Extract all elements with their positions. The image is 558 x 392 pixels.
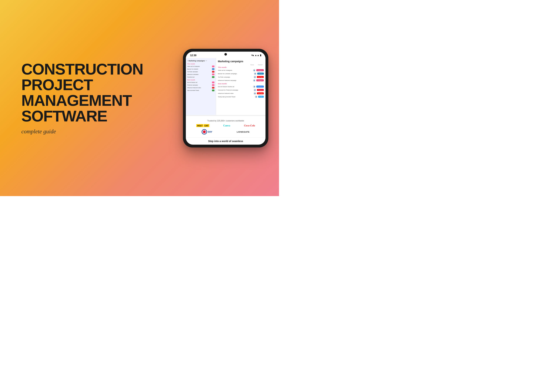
table-row: Yearly sale promoted Tweet 👤 Twitter: [218, 96, 264, 98]
channel-dot: [212, 84, 214, 86]
list-item: Facebook ad: [187, 76, 214, 78]
logos-row-2: OXY LIONSGATE: [189, 129, 262, 134]
right-next-month: Next month: [218, 83, 264, 84]
phone-showcase: 12:30 ▾▴ ▲▲ ▮ ‹ Marketin: [143, 0, 279, 196]
status-time: 12:30: [190, 54, 197, 57]
logos-row-1: HOLT CAT Canva Coca-Cola: [189, 124, 262, 127]
channel-badge: Instagram: [256, 79, 264, 81]
channel-dot: [212, 68, 214, 70]
canva-logo: Canva: [223, 124, 230, 127]
app-split-view: ‹ Marketing campaigns ··· This month Vid…: [186, 58, 265, 115]
avatar: 👤: [253, 69, 255, 71]
channel-dot: [212, 81, 214, 83]
cocacola-logo: Coca-Cola: [244, 124, 255, 127]
list-item: Banner for LinkedIn: [187, 68, 214, 70]
list-item: Video ad for Instagram: [187, 65, 214, 67]
table-row: Carousel for Pinterest campaign 👤 Pinter…: [218, 89, 264, 91]
avatar: 👤: [253, 76, 256, 78]
phone-screen: 12:30 ▾▴ ▲▲ ▮ ‹ Marketin: [186, 52, 265, 145]
table-row: Banner for LinkedIn campaign 👤 LinkedIn: [218, 72, 264, 75]
channel-badge: Twitter: [258, 96, 264, 98]
channel-badge: Facebook: [256, 86, 264, 88]
avatar: 👤: [253, 79, 255, 82]
list-item: YouTube campaign: [187, 71, 214, 72]
step-into-text: Step into a world of seamless: [189, 139, 263, 142]
main-title: CONSTRUCTION PROJECT MANAGEMENT SOFTWARE: [21, 61, 143, 124]
trusted-section: Trusted by 225,000+ customers worldwide …: [186, 116, 265, 137]
trusted-text: Trusted by 225,000+ customers worldwide: [189, 120, 262, 122]
channel-dot: [212, 73, 214, 75]
signal-icon: ▲▲: [255, 54, 259, 57]
left-panel: ‹ Marketing campaigns ··· This month Vid…: [186, 58, 216, 115]
right-panel: Marketing campaigns Owner Channel This m…: [216, 58, 265, 115]
camera-notch: [224, 53, 227, 55]
table-row: Influencer featured video 👤 YouTube: [218, 92, 264, 95]
channel-badge: Pinterest: [257, 89, 264, 91]
avatar: 👤: [253, 89, 256, 91]
subtitle: complete guide: [21, 128, 143, 135]
status-icons: ▾▴ ▲▲ ▮: [252, 54, 261, 57]
list-item: End-of-Season ad: [187, 81, 214, 83]
channel-dot: [212, 65, 214, 67]
left-panel-header: ‹ Marketing campaigns ···: [187, 60, 214, 61]
lionsgate-logo: LIONSGATE: [237, 131, 250, 133]
wifi-icon: ▾▴: [252, 54, 254, 57]
list-item: Pinterest campaign: [187, 84, 214, 86]
avatar: 👤: [253, 92, 256, 95]
section-divider: [186, 115, 265, 115]
left-this-month: This month: [187, 63, 214, 65]
phone-wrapper: 12:30 ▾▴ ▲▲ ▮ ‹ Marketin: [183, 49, 268, 147]
phone-device: 12:30 ▾▴ ▲▲ ▮ ‹ Marketin: [183, 49, 268, 147]
table-row: Influencer featured campaign 👤 Instagram: [218, 79, 264, 82]
left-next-month: Next month: [187, 79, 214, 80]
holt-cat-logo: HOLT CAT: [196, 124, 209, 127]
list-item: Influencer campaign: [187, 73, 214, 75]
channel-badge: YouTube: [257, 92, 264, 94]
channel-dot: [212, 76, 214, 78]
channel-dot: [212, 87, 214, 88]
table-row: End-of-Season Stories ad 👤 Facebook: [218, 85, 264, 88]
bottom-text-section: Step into a world of seamless: [186, 137, 265, 145]
battery-icon: ▮: [260, 54, 261, 57]
page-background: CONSTRUCTION PROJECT MANAGEMENT SOFTWARE…: [0, 0, 279, 196]
hero-content: CONSTRUCTION PROJECT MANAGEMENT SOFTWARE…: [21, 61, 143, 135]
avatar: 👤: [253, 85, 255, 88]
right-this-month: This month: [218, 66, 264, 68]
list-item: Sale promoted Tweet: [187, 89, 214, 91]
list-item: Influencer featured video: [187, 87, 214, 88]
channel-dot: [212, 89, 214, 91]
table-row: YouTube campaign 👤 YouTube: [218, 76, 264, 78]
table-row: Video ad for Instagram 👤 Instagram: [218, 69, 264, 71]
channel-badge: YouTube: [257, 76, 264, 78]
column-headers: Owner Channel: [218, 64, 264, 65]
right-panel-title: Marketing campaigns: [218, 60, 264, 62]
avatar: 👤: [254, 72, 256, 75]
channel-dot: [212, 71, 214, 72]
channel-badge: LinkedIn: [257, 73, 264, 75]
avatar: 👤: [255, 96, 257, 98]
channel-badge: Instagram: [256, 69, 264, 71]
oxy-logo: OXY: [202, 129, 212, 134]
